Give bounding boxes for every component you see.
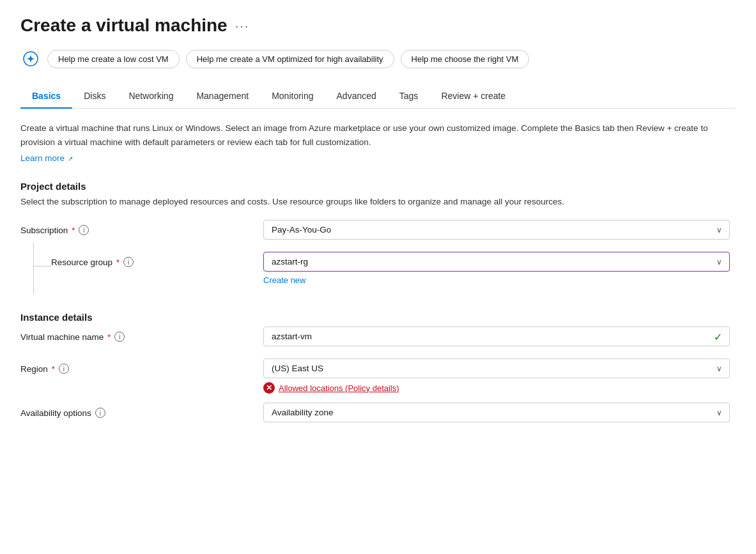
tab-basics[interactable]: Basics [20,84,72,109]
page-title: Create a virtual machine [20,15,228,36]
subscription-select[interactable]: Pay-As-You-Go Free Trial Visual Studio E… [263,220,730,240]
description-text: Create a virtual machine that runs Linux… [20,121,723,149]
project-details-description: Select the subscription to manage deploy… [20,196,723,208]
subscription-required: * [72,226,75,235]
region-required: * [52,364,55,374]
availability-options-control: Availability zone Availability set No in… [263,403,736,422]
subscription-label: Subscription [20,226,68,235]
vm-name-info-icon[interactable]: i [114,332,125,342]
vm-name-label: Virtual machine name [20,332,104,342]
project-details-section: Project details Select the subscription … [20,181,736,294]
vm-name-input-wrapper: ✓ [263,327,730,346]
instance-details-title: Instance details [20,312,736,323]
tab-bar: Basics Disks Networking Management Monit… [20,84,736,109]
resource-group-row: Resource group * i azstart-rg Create new… [20,252,736,285]
region-error-icon: ✕ [263,382,275,394]
region-info-icon[interactable]: i [59,364,69,374]
region-label: Region [20,364,48,374]
region-error-row: ✕ Allowed locations (Policy details) [263,382,736,394]
resource-group-select-wrapper: azstart-rg Create new ∨ [263,252,730,272]
availability-options-row: Availability options i Availability zone… [20,403,736,426]
subscription-label-col: Subscription * i [20,220,263,235]
right-vm-button[interactable]: Help me choose the right VM [401,50,530,68]
availability-options-select[interactable]: Availability zone Availability set No in… [263,403,730,422]
tab-disks[interactable]: Disks [72,84,117,109]
subscription-select-wrapper: Pay-As-You-Go Free Trial Visual Studio E… [263,220,730,240]
availability-options-label: Availability options [20,408,91,418]
page-title-menu[interactable]: ··· [235,19,250,33]
tab-networking[interactable]: Networking [117,84,185,109]
high-availability-vm-button[interactable]: Help me create a VM optimized for high a… [186,50,394,68]
vm-name-valid-icon: ✓ [714,330,722,342]
resource-group-control: azstart-rg Create new ∨ Create new [263,252,736,285]
resource-group-label: Resource group [51,258,112,267]
tab-tags[interactable]: Tags [388,84,430,109]
create-new-link[interactable]: Create new [263,275,736,285]
project-details-title: Project details [20,181,736,192]
region-label-col: Region * i [20,358,263,374]
low-cost-vm-button[interactable]: Help me create a low cost VM [47,50,180,68]
vm-name-input[interactable] [263,327,730,346]
resource-group-connector: Resource group * i azstart-rg Create new… [20,252,736,294]
subscription-control: Pay-As-You-Go Free Trial Visual Studio E… [263,220,736,240]
connector-vertical-line [33,243,34,294]
learn-more-link[interactable]: Learn more ↗ [20,153,73,163]
availability-options-label-col: Availability options i [20,403,263,418]
availability-options-select-wrapper: Availability zone Availability set No in… [263,403,730,422]
region-row: Region * i (US) East US (US) West US (EU… [20,358,736,394]
region-control: (US) East US (US) West US (EU) West Euro… [263,358,736,394]
vm-name-label-col: Virtual machine name * i [20,327,263,342]
instance-details-section: Instance details Virtual machine name * … [20,312,736,426]
tab-monitoring[interactable]: Monitoring [260,84,325,109]
page-header: Create a virtual machine ··· [20,15,736,36]
subscription-info-icon[interactable]: i [79,225,89,235]
availability-options-info-icon[interactable]: i [95,408,105,418]
tab-review-create[interactable]: Review + create [429,84,517,109]
suggestion-bar: Help me create a low cost VM Help me cre… [20,49,736,69]
tab-management[interactable]: Management [185,84,260,109]
vm-name-required: * [107,332,111,342]
subscription-row: Subscription * i Pay-As-You-Go Free Tria… [20,220,736,243]
resource-group-select[interactable]: azstart-rg Create new [263,252,730,272]
sparkle-icon [20,49,41,69]
region-error-message[interactable]: Allowed locations (Policy details) [279,383,399,393]
region-select[interactable]: (US) East US (US) West US (EU) West Euro… [263,358,730,378]
connector-horizontal-line [33,266,51,266]
resource-group-info-icon[interactable]: i [123,257,134,267]
vm-name-row: Virtual machine name * i ✓ [20,327,736,350]
region-error-link[interactable]: Allowed locations (Policy details) [279,383,399,393]
region-select-wrapper: (US) East US (US) West US (EU) West Euro… [263,358,730,378]
resource-group-label-col: Resource group * i [20,252,263,267]
external-link-icon: ↗ [66,155,73,162]
tab-advanced[interactable]: Advanced [325,84,388,109]
vm-name-control: ✓ [263,327,736,346]
learn-more-label: Learn more [20,153,65,163]
resource-group-required: * [116,258,120,267]
